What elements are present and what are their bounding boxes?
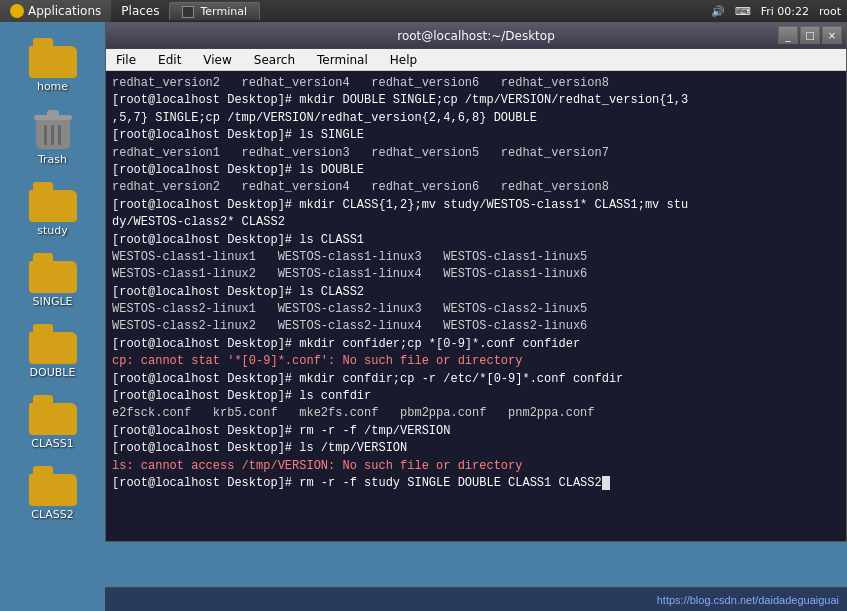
- desktop-icon-class1[interactable]: CLASS1: [8, 389, 98, 456]
- user-label: root: [819, 5, 841, 18]
- single-folder-icon: [29, 253, 77, 293]
- class1-icon-label: CLASS1: [31, 437, 74, 450]
- applications-label: Applications: [28, 4, 101, 18]
- term-line: [root@localhost Desktop]# mkdir DOUBLE S…: [112, 92, 840, 109]
- term-line: WESTOS-class1-linux2 WESTOS-class1-linux…: [112, 266, 840, 283]
- term-line: WESTOS-class2-linux1 WESTOS-class2-linux…: [112, 301, 840, 318]
- trash-icon-label: Trash: [38, 153, 67, 166]
- desktop-icons: home Trash study: [0, 22, 105, 611]
- taskbar-right: 🔊 ⌨ Fri 00:22 root: [711, 5, 847, 18]
- terminal-menubar: File Edit View Search Terminal Help: [106, 49, 846, 71]
- terminal-window: root@localhost:~/Desktop _ □ × File Edit…: [105, 22, 847, 542]
- term-line: e2fsck.conf krb5.conf mke2fs.conf pbm2pp…: [112, 405, 840, 422]
- class1-folder-icon: [29, 395, 77, 435]
- term-line: ls: cannot access /tmp/VERSION: No such …: [112, 458, 840, 475]
- taskbar: Applications Places Terminal 🔊 ⌨ Fri 00:…: [0, 0, 847, 22]
- term-line: [root@localhost Desktop]# ls CLASS1: [112, 232, 840, 249]
- class2-folder-icon: [29, 466, 77, 506]
- desktop-icon-study[interactable]: study: [8, 176, 98, 243]
- term-line: [root@localhost Desktop]# ls /tmp/VERSIO…: [112, 440, 840, 457]
- term-line: [root@localhost Desktop]# ls SINGLE: [112, 127, 840, 144]
- double-folder-icon: [29, 324, 77, 364]
- cursor: [602, 476, 610, 490]
- menu-view[interactable]: View: [197, 51, 237, 69]
- desktop-icon-home[interactable]: home: [8, 32, 98, 99]
- volume-icon: 🔊: [711, 5, 725, 18]
- menu-terminal[interactable]: Terminal: [311, 51, 374, 69]
- home-folder-icon: [29, 38, 77, 78]
- double-icon-label: DOUBLE: [30, 366, 76, 379]
- desktop-icon-double[interactable]: DOUBLE: [8, 318, 98, 385]
- study-icon-label: study: [37, 224, 68, 237]
- trash-lines: [36, 115, 70, 149]
- term-line: [root@localhost Desktop]# mkdir confider…: [112, 336, 840, 353]
- single-icon-label: SINGLE: [32, 295, 72, 308]
- maximize-button[interactable]: □: [800, 26, 820, 44]
- keyboard-icon: ⌨: [735, 5, 751, 18]
- menu-help[interactable]: Help: [384, 51, 423, 69]
- applications-menu[interactable]: Applications: [0, 0, 111, 22]
- terminal-title: root@localhost:~/Desktop: [397, 29, 555, 43]
- menu-search[interactable]: Search: [248, 51, 301, 69]
- term-line: [root@localhost Desktop]# mkdir confdir;…: [112, 371, 840, 388]
- term-line: [root@localhost Desktop]# ls CLASS2: [112, 284, 840, 301]
- terminal-body[interactable]: redhat_version2 redhat_version4 redhat_v…: [106, 71, 846, 541]
- minimize-button[interactable]: _: [778, 26, 798, 44]
- places-label: Places: [121, 4, 159, 18]
- terminal-tab-label: Terminal: [200, 5, 247, 18]
- clock: Fri 00:22: [761, 5, 809, 18]
- statusbar: https://blog.csdn.net/daidadeguaiguai: [105, 587, 847, 611]
- home-icon-label: home: [37, 80, 68, 93]
- desktop-icon-single[interactable]: SINGLE: [8, 247, 98, 314]
- trash-body: [36, 115, 70, 149]
- study-folder-icon: [29, 182, 77, 222]
- terminal-window-controls: _ □ ×: [778, 26, 842, 44]
- terminal-titlebar: root@localhost:~/Desktop _ □ ×: [106, 23, 846, 49]
- desktop-icon-trash[interactable]: Trash: [8, 103, 98, 172]
- menu-file[interactable]: File: [110, 51, 142, 69]
- terminal-tab[interactable]: Terminal: [169, 2, 260, 20]
- term-line: [root@localhost Desktop]# mkdir CLASS{1,…: [112, 197, 840, 214]
- term-line: [root@localhost Desktop]# rm -r -f /tmp/…: [112, 423, 840, 440]
- class2-icon-label: CLASS2: [31, 508, 74, 521]
- trash-icon: [33, 109, 73, 151]
- taskbar-left: Applications Places Terminal: [0, 0, 260, 22]
- places-menu[interactable]: Places: [111, 0, 169, 22]
- menu-edit[interactable]: Edit: [152, 51, 187, 69]
- app-icon: [10, 4, 24, 18]
- desktop-icon-class2[interactable]: CLASS2: [8, 460, 98, 527]
- term-line: WESTOS-class1-linux1 WESTOS-class1-linux…: [112, 249, 840, 266]
- term-line: ,5,7} SINGLE;cp /tmp/VERSION/redhat_vers…: [112, 110, 840, 127]
- term-line: redhat_version2 redhat_version4 redhat_v…: [112, 75, 840, 92]
- term-line: dy/WESTOS-class2* CLASS2: [112, 214, 840, 231]
- term-line-active: [root@localhost Desktop]# rm -r -f study…: [112, 475, 840, 492]
- term-line: [root@localhost Desktop]# ls DOUBLE: [112, 162, 840, 179]
- terminal-tab-icon: [182, 6, 194, 18]
- statusbar-url: https://blog.csdn.net/daidadeguaiguai: [657, 594, 839, 606]
- term-line: redhat_version2 redhat_version4 redhat_v…: [112, 179, 840, 196]
- term-line: [root@localhost Desktop]# ls confdir: [112, 388, 840, 405]
- term-line: WESTOS-class2-linux2 WESTOS-class2-linux…: [112, 318, 840, 335]
- term-line: redhat_version1 redhat_version3 redhat_v…: [112, 145, 840, 162]
- term-line: cp: cannot stat '*[0-9]*.conf': No such …: [112, 353, 840, 370]
- close-button[interactable]: ×: [822, 26, 842, 44]
